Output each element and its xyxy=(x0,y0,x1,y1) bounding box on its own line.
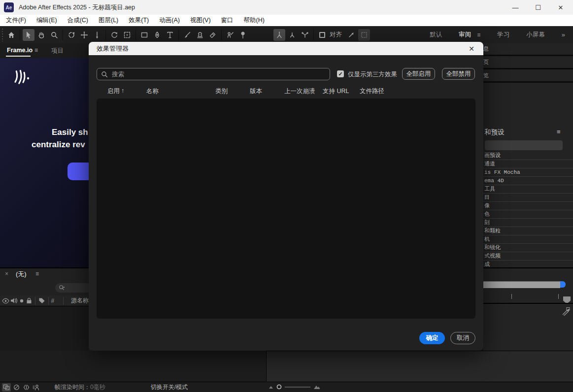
timeline-tab-close-icon[interactable]: × xyxy=(5,270,8,277)
axis-view-mode[interactable] xyxy=(299,29,311,41)
mask-visibility-toggle[interactable] xyxy=(316,29,328,41)
menu-item[interactable]: 编辑(E) xyxy=(36,16,57,25)
rectangle-tool[interactable] xyxy=(138,29,150,41)
column-header-file-path[interactable]: 文件路径 xyxy=(360,87,384,96)
menu-item[interactable]: 合成(C) xyxy=(67,16,88,25)
effects-category-item[interactable]: 刻 xyxy=(483,219,573,227)
menu-item[interactable]: 窗口 xyxy=(221,16,234,25)
maximize-button[interactable]: ☐ xyxy=(527,0,549,15)
menu-item[interactable]: 视图(V) xyxy=(190,16,211,25)
timeline-horizontal-scrollbar[interactable] xyxy=(483,281,560,288)
timeline-tab[interactable]: (无) xyxy=(16,270,27,279)
minimize-button[interactable]: — xyxy=(504,0,527,15)
effects-category-item[interactable]: 通道 xyxy=(483,160,573,168)
effects-category-item[interactable]: 目 xyxy=(483,194,573,202)
close-button[interactable]: ✕ xyxy=(549,0,572,15)
audio-icon[interactable] xyxy=(10,296,17,305)
puppet-pin-tool[interactable] xyxy=(237,29,249,41)
effects-category-item[interactable]: 工具 xyxy=(483,185,573,194)
dialog-titlebar[interactable]: 效果管理器 ✕ xyxy=(89,42,483,55)
dialog-search-input[interactable] xyxy=(111,70,330,78)
effects-category-item[interactable]: 成 xyxy=(483,261,573,269)
source-name-column-header[interactable]: 源名称 xyxy=(71,296,89,305)
effects-category-item[interactable]: ema 4D xyxy=(483,177,573,185)
menu-item[interactable]: 图层(L) xyxy=(99,16,118,25)
panel-grip[interactable] xyxy=(1,29,5,41)
composition-flowchart-icon[interactable] xyxy=(2,383,11,392)
frameio-cta-button[interactable] xyxy=(67,163,89,180)
workspace-tab-smallscreen[interactable]: 小屏幕 xyxy=(526,31,545,39)
workspace-overflow-chevron[interactable]: » xyxy=(562,31,564,38)
frame-blending-icon[interactable] xyxy=(12,383,21,392)
solo-icon[interactable] xyxy=(18,296,25,305)
orbit-camera-tool[interactable] xyxy=(66,29,77,41)
disable-all-button[interactable]: 全部禁用 xyxy=(442,68,475,80)
column-header-version[interactable]: 版本 xyxy=(250,87,262,96)
effects-category-item[interactable]: is FX Mocha xyxy=(483,168,573,177)
axis-world-mode[interactable] xyxy=(286,29,298,41)
column-header-enabled[interactable]: 启用 xyxy=(107,87,120,96)
timeline-panel-menu-icon[interactable]: ≡ xyxy=(35,270,39,277)
zoom-in-icon[interactable] xyxy=(313,384,320,390)
eraser-tool[interactable] xyxy=(207,29,219,41)
column-header-name[interactable]: 名称 xyxy=(146,87,159,96)
pan-camera-tool[interactable] xyxy=(78,29,90,41)
label-tag-icon[interactable] xyxy=(38,296,45,305)
third-party-checkbox[interactable]: ✓ xyxy=(337,70,344,77)
third-party-checkbox-label[interactable]: 仅显示第三方效果 xyxy=(348,70,397,79)
tab-project[interactable]: 项目 xyxy=(51,47,64,55)
zoom-tool[interactable] xyxy=(48,29,60,41)
effects-table-body[interactable] xyxy=(97,98,475,319)
effects-category-item[interactable]: 和锐化 xyxy=(483,244,573,252)
ok-button[interactable]: 确定 xyxy=(419,332,445,344)
graph-pen-icon[interactable] xyxy=(562,307,571,316)
effects-presets-panel-menu-icon[interactable]: ≡ xyxy=(557,128,561,135)
menu-item[interactable]: 动画(A) xyxy=(159,16,180,25)
dialog-close-icon[interactable]: ✕ xyxy=(465,42,478,55)
column-header-support-url[interactable]: 支持 URL xyxy=(323,87,349,96)
brush-tool[interactable] xyxy=(181,29,193,41)
effects-category-item[interactable]: 式视频 xyxy=(483,252,573,261)
work-area-end-handle[interactable] xyxy=(560,281,566,288)
frameio-panel-menu-icon[interactable]: ≡ xyxy=(34,47,38,54)
text-tool[interactable] xyxy=(164,29,176,41)
workspace-tab-default[interactable]: 默认 xyxy=(430,31,442,39)
selection-tool[interactable] xyxy=(23,29,34,41)
zoom-slider-track[interactable] xyxy=(285,387,310,388)
column-header-last-crash[interactable]: 上一次崩溃 xyxy=(284,87,315,96)
zoom-out-icon[interactable] xyxy=(269,385,273,389)
effects-category-item[interactable]: 机 xyxy=(483,235,573,244)
roto-brush-tool[interactable] xyxy=(224,29,236,41)
panel-title-fragment[interactable]: 页 xyxy=(483,57,573,68)
tab-frameio[interactable]: Frame.io xyxy=(7,47,33,54)
index-column-header[interactable]: # xyxy=(51,297,55,304)
column-header-category[interactable]: 类别 xyxy=(215,87,228,96)
rotate-tool[interactable] xyxy=(108,29,120,41)
lock-icon[interactable] xyxy=(26,296,32,305)
sort-ascending-icon[interactable]: ↑ xyxy=(121,87,124,94)
clone-stamp-tool[interactable] xyxy=(194,29,206,41)
hand-tool[interactable] xyxy=(35,29,47,41)
pen-tool[interactable] xyxy=(151,29,163,41)
workspace-tab-learn[interactable]: 学习 xyxy=(497,31,509,39)
align-label[interactable]: 对齐 xyxy=(330,31,342,39)
home-tool[interactable] xyxy=(5,29,17,41)
workspace-tab-review[interactable]: 审阅 xyxy=(459,31,471,39)
effects-presets-search-input[interactable] xyxy=(485,140,563,150)
workspace-menu-icon[interactable]: ≡ xyxy=(477,32,480,38)
dolly-camera-tool[interactable] xyxy=(91,29,103,41)
timeline-search-input[interactable] xyxy=(55,283,92,293)
panel-title-fragment[interactable]: 览 xyxy=(483,70,573,81)
effects-category-item[interactable]: 像 xyxy=(483,202,573,210)
axis-local-mode[interactable] xyxy=(273,29,285,41)
menu-item[interactable]: 效果(T) xyxy=(129,16,149,25)
effects-category-item[interactable]: 和颗粒 xyxy=(483,227,573,235)
toggle-switches-modes-button[interactable]: 切换开关/模式 xyxy=(151,383,188,392)
effects-presets-panel-title[interactable]: 和预设 xyxy=(484,128,505,137)
marquee-snapping-icon[interactable] xyxy=(358,29,370,41)
zoom-slider-handle[interactable] xyxy=(276,384,282,390)
panel-title-fragment[interactable]: 息 xyxy=(483,43,573,55)
menu-item[interactable]: 帮助(H) xyxy=(244,16,265,25)
video-visibility-icon[interactable] xyxy=(2,296,9,305)
draft-3d-icon[interactable] xyxy=(32,383,40,392)
